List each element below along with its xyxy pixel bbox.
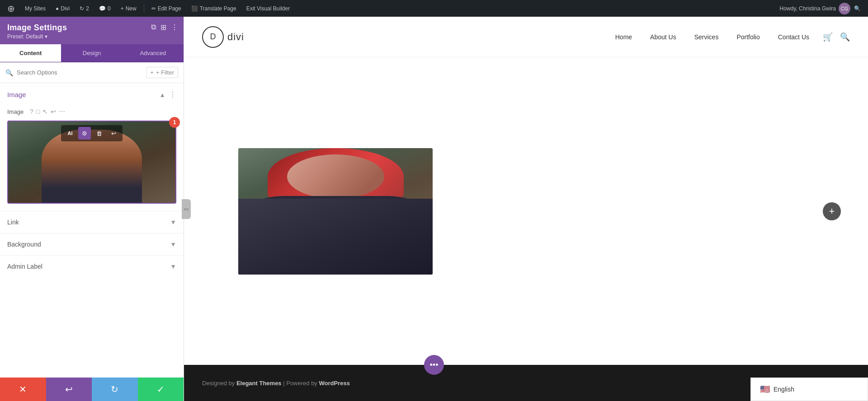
divi-label: Divi (61, 5, 70, 12)
wp-icon: ⊕ (7, 3, 15, 14)
nav-home[interactable]: Home (615, 33, 632, 41)
exit-builder-item[interactable]: Exit Visual Builder (243, 0, 294, 17)
filter-label: + Filter (156, 69, 174, 76)
edit-page-item[interactable]: ✏ Edit Page (148, 0, 185, 17)
link-section: Link ▼ (0, 211, 184, 233)
new-icon: + (121, 5, 124, 12)
search-admin-icon: 🔍 (854, 5, 861, 12)
panel-bottom: ✕ ↩ ↻ ✓ (0, 378, 184, 401)
mobile-icon[interactable]: □ (36, 108, 40, 115)
person-head (287, 154, 384, 199)
search-admin-item[interactable]: 🔍 (850, 5, 864, 12)
search-bar: 🔍 + + Filter (0, 62, 184, 83)
help-icon[interactable]: ? (30, 108, 33, 115)
link-section-title: Link (7, 219, 19, 226)
dots-icon: ••• (430, 360, 439, 370)
tab-content[interactable]: Content (0, 44, 61, 62)
cancel-button[interactable]: ✕ (0, 378, 46, 401)
nav-portfolio[interactable]: Portfolio (736, 33, 760, 41)
divi-icon: ● (56, 5, 59, 12)
search-input[interactable] (17, 69, 142, 76)
background-chevron-icon: ▼ (170, 241, 176, 248)
admin-label-section: Admin Label ▼ (0, 255, 184, 277)
edit-page-label: Edit Page (158, 5, 181, 12)
delete-button[interactable]: 🗑 (93, 127, 105, 140)
resize-handle[interactable]: ⇔ (182, 199, 191, 219)
logo-circle: D (202, 26, 224, 48)
background-section-header[interactable]: Background ▼ (0, 233, 184, 255)
wp-logo-item[interactable]: ⊕ (4, 0, 19, 17)
add-icon: + (829, 205, 835, 217)
more-field-icon[interactable]: ⋯ (59, 108, 65, 115)
add-section-button[interactable]: + (823, 202, 841, 220)
link-chevron-icon: ▼ (170, 219, 176, 226)
my-sites-item[interactable]: My Sites (21, 0, 49, 17)
admin-label-chevron-icon: ▼ (170, 263, 176, 270)
panel-header-icons: ⧉ ⊞ ⋮ (151, 23, 178, 32)
panel-icon-grid[interactable]: ⊞ (160, 23, 166, 32)
image-thumbnail-area[interactable]: 1 AI ⚙ 🗑 ↩ (7, 121, 176, 204)
image-action-bar: AI ⚙ 🗑 ↩ (61, 125, 123, 141)
reset-button[interactable]: ↩ (107, 127, 120, 140)
footer-elegant-themes[interactable]: Elegant Themes (236, 380, 282, 387)
image-chevron-up[interactable]: ▲ (159, 91, 165, 98)
divi-item[interactable]: ● Divi (52, 0, 73, 17)
image-field-row: Image ? □ ↖ ↩ ⋯ (0, 104, 184, 121)
settings-button[interactable]: ⚙ (78, 127, 91, 140)
search-nav-icon[interactable]: 🔍 (840, 32, 850, 42)
refresh-icon: ↻ (80, 5, 84, 12)
save-button[interactable]: ✓ (138, 378, 184, 401)
edit-icon: ✏ (151, 5, 156, 12)
image-section-header[interactable]: Image ▲ ⋮ (0, 83, 184, 104)
panel-icon-copy[interactable]: ⧉ (151, 23, 156, 32)
admin-bar: ⊕ My Sites ● Divi ↻ 2 💬 0 + New ✏ Edit P… (0, 0, 868, 17)
background-section-title: Background (7, 241, 41, 248)
translate-page-item[interactable]: ⬛ Translate Page (188, 0, 240, 17)
nav-contact[interactable]: Contact Us (778, 33, 809, 41)
link-section-header[interactable]: Link ▼ (0, 211, 184, 233)
nav-services[interactable]: Services (694, 33, 719, 41)
avatar: CG (839, 3, 850, 14)
footer-wordpress[interactable]: WordPress (319, 380, 350, 387)
panel-content: Image ▲ ⋮ Image ? □ ↖ ↩ ⋯ 1 (0, 83, 184, 378)
undo-button[interactable]: ↩ (46, 378, 92, 401)
panel-icon-more[interactable]: ⋮ (171, 23, 178, 32)
logo-text: divi (227, 31, 244, 43)
undo-field-icon[interactable]: ↩ (51, 108, 56, 115)
left-panel: Image Settings Preset: Default ▾ ⧉ ⊞ ⋮ C… (0, 17, 184, 401)
filter-icon: + (150, 69, 154, 76)
cursor-icon[interactable]: ↖ (42, 108, 48, 115)
main-image-display (238, 148, 433, 275)
new-label: New (126, 5, 137, 12)
new-item[interactable]: + New (117, 0, 140, 17)
panel-header: Image Settings Preset: Default ▾ ⧉ ⊞ ⋮ (0, 17, 184, 44)
filter-button[interactable]: + + Filter (146, 67, 178, 78)
tab-advanced[interactable]: Advanced (123, 44, 184, 62)
field-icons: ? □ ↖ ↩ ⋯ (30, 108, 65, 115)
refresh-item[interactable]: ↻ 2 (76, 0, 93, 17)
floating-menu-button[interactable]: ••• (424, 355, 444, 375)
refresh-counter: 2 (86, 5, 89, 12)
language-selector[interactable]: 🇺🇸 English (750, 378, 868, 401)
nav-about[interactable]: About Us (650, 33, 676, 41)
ai-button[interactable]: AI (64, 127, 76, 140)
admin-label-section-header[interactable]: Admin Label ▼ (0, 256, 184, 277)
main-content: D divi Home About Us Services Portfolio … (184, 17, 868, 401)
admin-bar-right: Howdy, Christina Gwira CG 🔍 (780, 3, 864, 14)
redo-button[interactable]: ↻ (92, 378, 138, 401)
translate-icon: ⬛ (191, 5, 198, 12)
comments-item[interactable]: 💬 0 (95, 0, 114, 17)
cart-icon[interactable]: 🛒 (823, 32, 833, 42)
my-sites-label: My Sites (25, 5, 46, 12)
image-more-icon[interactable]: ⋮ (169, 90, 176, 99)
divider-1 (144, 4, 144, 13)
flag-icon: 🇺🇸 (760, 384, 770, 394)
panel-preset[interactable]: Preset: Default ▾ (7, 33, 176, 40)
site-nav: D divi Home About Us Services Portfolio … (184, 17, 868, 57)
search-icon: 🔍 (5, 69, 13, 76)
footer-designed-by: Designed by (202, 380, 235, 387)
footer-separator: | Powered by (283, 380, 319, 387)
tab-design[interactable]: Design (61, 44, 122, 62)
save-icon: ✓ (157, 384, 165, 395)
image-badge: 1 (169, 117, 180, 128)
